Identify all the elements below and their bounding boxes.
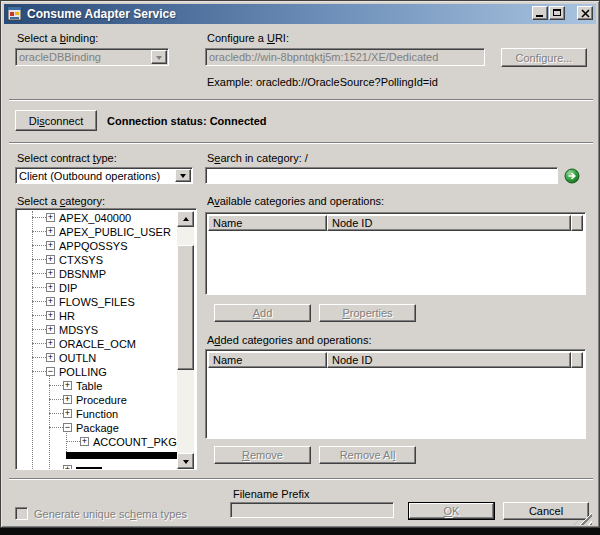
maximize-button[interactable]	[549, 6, 565, 20]
category-tree-rows: +APEX_040000+APEX_PUBLIC_USER+APPQOSSYS+…	[18, 211, 179, 469]
scrollbar-up-button[interactable]	[177, 211, 194, 227]
expand-icon[interactable]: +	[80, 437, 89, 446]
remove-button[interactable]: Remove	[214, 446, 311, 464]
tree-connector-stub	[32, 301, 46, 302]
scrollbar-thumb[interactable]	[177, 245, 194, 370]
tree-item-procedure[interactable]: +Procedure	[18, 393, 179, 407]
connection-status: Connection status: Connected	[107, 115, 267, 127]
binding-combobox[interactable]: oracleDBBinding	[15, 48, 169, 66]
minimize-button[interactable]	[532, 6, 548, 20]
tree-connector-stub	[32, 371, 46, 372]
tree-item-label: Table	[76, 380, 102, 392]
tree-item-label: POLLING	[59, 366, 107, 378]
tree-item-hr[interactable]: +HR	[18, 309, 179, 323]
tree-connector-stub	[32, 287, 46, 288]
tree-item-account_pkg[interactable]: +ACCOUNT_PKG	[18, 435, 179, 449]
tree-item-label: DIP	[59, 282, 77, 294]
expand-icon[interactable]: +	[46, 297, 55, 306]
tree-item-oracle_ocm[interactable]: +ORACLE_OCM	[18, 337, 179, 351]
tree-item-apex_public_user[interactable]: +APEX_PUBLIC_USER	[18, 225, 179, 239]
expand-icon[interactable]: +	[46, 339, 55, 348]
uri-label: Configure a URI:	[207, 32, 289, 44]
ok-button[interactable]: OK	[408, 502, 495, 520]
cancel-button[interactable]: Cancel	[503, 502, 589, 520]
tree-connector-stub	[49, 413, 63, 414]
added-list-header: NameNode ID	[208, 352, 583, 368]
collapse-icon[interactable]: −	[63, 423, 72, 432]
tree-item-label: APEX_PUBLIC_USER	[59, 226, 171, 238]
expand-icon[interactable]: +	[63, 465, 72, 469]
search-label: Search in category: /	[207, 152, 308, 164]
uri-example-text: Example: oracledb://OracleSource?Polling…	[207, 76, 438, 88]
configure-button[interactable]: Configure...	[501, 48, 587, 67]
search-input[interactable]	[205, 167, 558, 184]
tree-connector-stub	[32, 259, 46, 260]
category-tree[interactable]: +APEX_040000+APEX_PUBLIC_USER+APPQOSSYS+…	[15, 208, 197, 470]
expand-icon[interactable]: +	[63, 381, 72, 390]
expand-icon[interactable]: +	[46, 241, 55, 250]
tree-item-label: Package	[76, 422, 119, 434]
tree-item-polling[interactable]: −POLLING	[18, 365, 179, 379]
tree-item-appqossys[interactable]: +APPQOSSYS	[18, 239, 179, 253]
tree-item-redacted[interactable]	[18, 449, 179, 463]
generate-schema-checkbox[interactable]	[15, 507, 28, 520]
column-header-node-id[interactable]: Node ID	[327, 352, 571, 368]
binding-label: Select a binding:	[17, 32, 98, 44]
column-header-name[interactable]: Name	[208, 215, 327, 231]
expand-icon[interactable]: +	[63, 395, 72, 404]
disconnect-button[interactable]: Disconnect	[15, 110, 97, 131]
tree-item-label: CTXSYS	[59, 254, 103, 266]
tree-item-redacted[interactable]: +	[18, 463, 179, 469]
scrollbar-down-button[interactable]	[177, 453, 194, 469]
tree-item-dbsnmp[interactable]: +DBSNMP	[18, 267, 179, 281]
column-header-node-id[interactable]: Node ID	[327, 215, 571, 231]
expand-icon[interactable]: +	[46, 325, 55, 334]
contract-type-arrow[interactable]	[175, 169, 191, 182]
expand-icon[interactable]: +	[46, 311, 55, 320]
tree-scrollbar[interactable]	[177, 211, 194, 469]
tree-item-mdsys[interactable]: +MDSYS	[18, 323, 179, 337]
add-button[interactable]: Add	[214, 304, 311, 322]
search-go-button[interactable]	[564, 168, 580, 184]
expand-icon[interactable]: +	[63, 409, 72, 418]
tree-item-package[interactable]: −Package	[18, 421, 179, 435]
tree-item-label: HR	[59, 310, 75, 322]
window-title: Consume Adapter Service	[27, 7, 176, 21]
expand-icon[interactable]: +	[46, 269, 55, 278]
tree-connector-stub	[66, 441, 80, 442]
available-list[interactable]: NameNode ID	[205, 212, 586, 295]
maximize-icon	[553, 9, 561, 16]
added-list[interactable]: NameNode ID	[205, 349, 586, 439]
expand-icon[interactable]: +	[46, 213, 55, 222]
contract-type-combobox[interactable]: Client (Outbound operations)	[15, 167, 193, 184]
expand-icon[interactable]: +	[46, 353, 55, 362]
collapse-icon[interactable]: −	[46, 367, 55, 376]
tree-item-outln[interactable]: +OUTLN	[18, 351, 179, 365]
expand-icon[interactable]: +	[46, 255, 55, 264]
tree-item-dip[interactable]: +DIP	[18, 281, 179, 295]
tree-item-apex_040000[interactable]: +APEX_040000	[18, 211, 179, 225]
column-header-filler	[571, 352, 583, 368]
uri-field[interactable]: oracledb://win-8bpntqktj5m:1521/XE/Dedic…	[205, 48, 485, 66]
binding-combobox-arrow[interactable]	[151, 50, 167, 64]
available-list-header: NameNode ID	[208, 215, 583, 231]
tree-item-label: Function	[76, 408, 118, 420]
redacted-text	[76, 467, 102, 469]
filename-prefix-input[interactable]	[230, 502, 394, 518]
tree-connector-stub	[49, 399, 63, 400]
tree-item-flows_files[interactable]: +FLOWS_FILES	[18, 295, 179, 309]
background-strip	[0, 528, 600, 535]
properties-button[interactable]: Properties	[319, 304, 416, 322]
tree-item-function[interactable]: +Function	[18, 407, 179, 421]
close-button[interactable]	[577, 6, 593, 20]
tree-item-ctxsys[interactable]: +CTXSYS	[18, 253, 179, 267]
tree-connector-stub	[49, 427, 63, 428]
tree-item-label: APEX_040000	[59, 212, 131, 224]
tree-item-table[interactable]: +Table	[18, 379, 179, 393]
column-header-name[interactable]: Name	[208, 352, 327, 368]
tree-connector-stub	[32, 357, 46, 358]
expand-icon[interactable]: +	[46, 283, 55, 292]
column-header-filler	[571, 215, 583, 231]
expand-icon[interactable]: +	[46, 227, 55, 236]
remove-all-button[interactable]: Remove All	[319, 446, 416, 464]
